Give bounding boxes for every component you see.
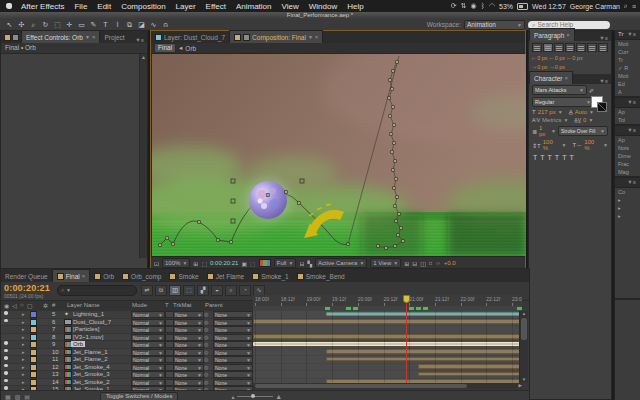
eye-icon[interactable] (4, 311, 8, 315)
parent-dropdown[interactable]: None▼ (213, 371, 253, 378)
tracking-value[interactable]: 0 (583, 117, 586, 123)
grid-guides-icon[interactable]: ⊞ (193, 260, 198, 267)
close-icon[interactable]: × (565, 74, 569, 83)
track-matte-dropdown[interactable]: None▼ (173, 364, 204, 371)
menu-item[interactable]: Composition (116, 2, 170, 11)
col-layer-name[interactable]: Layer Name (67, 302, 100, 308)
blend-mode-dropdown[interactable]: Normal▼ (131, 371, 165, 378)
clipped-label[interactable]: Co (615, 188, 640, 196)
parent-dropdown[interactable]: None▼ (213, 311, 253, 318)
parent-dropdown[interactable]: None▼ (213, 356, 253, 363)
tab-character[interactable]: Character × (529, 71, 573, 84)
zoom-slider-knob[interactable] (251, 394, 255, 398)
layer-row[interactable]: ▸ 13 Jet_Smoke_3 Normal▼ None▼ ◎ None▼ (1, 371, 253, 379)
timeline-toolbar-icon[interactable]: ⧉ (155, 285, 167, 296)
menu-clock[interactable]: Wed 12:57 (532, 3, 566, 10)
timeline-tab[interactable]: Smoke × (165, 270, 202, 282)
label-color-swatch[interactable] (30, 334, 37, 341)
parent-pickwhip-icon[interactable]: ◎ (204, 371, 208, 377)
timeline-toolbar-icon[interactable]: ▞ (197, 285, 209, 296)
lock-column-icon[interactable]: ▢ (27, 302, 33, 309)
timeline-tab[interactable]: Render Queue × (1, 270, 52, 282)
blend-mode-dropdown[interactable]: Normal▼ (131, 319, 165, 326)
align-right-button[interactable] (554, 43, 564, 52)
tool-icon[interactable]: ⧉ (124, 20, 135, 29)
share-view-icon[interactable]: ⊞ (404, 260, 409, 267)
layer-row[interactable]: ▸ 12 Jet_Smoke_4 Normal▼ None▼ ◎ None▼ (1, 364, 253, 372)
parent-dropdown[interactable]: None▼ (213, 326, 253, 333)
exposure-value[interactable]: +0.0 (444, 260, 456, 266)
layer-row[interactable]: ▸ 6 Dust_Cloud_7 Normal▼ None▼ ◎ None▼ (1, 319, 253, 327)
indent-field[interactable]: 0 px (572, 55, 582, 62)
eye-icon[interactable] (4, 364, 8, 368)
timeline-search-input[interactable]: ⌕ ▼ (57, 285, 137, 296)
label-color-swatch[interactable] (30, 319, 37, 326)
zoom-out-mountain-icon[interactable]: ▲ (230, 394, 235, 400)
parent-dropdown[interactable]: None▼ (213, 379, 253, 386)
font-style-dropdown[interactable]: Regular ▼ (532, 97, 594, 107)
layer-name[interactable]: Lightning_1 (73, 311, 104, 317)
leading-value[interactable]: Auto (575, 109, 587, 115)
view-layout-dropdown[interactable]: 1 View ▼ (370, 258, 401, 268)
col-parent[interactable]: Parent (205, 302, 223, 308)
timeline-tab[interactable]: Final × (52, 269, 91, 282)
show-snapshot-icon[interactable]: ▢ (250, 260, 256, 267)
menu-item[interactable]: Edit (92, 2, 116, 11)
faux-style-button[interactable]: T (555, 154, 559, 161)
clipped-arrow[interactable]: ▸ (615, 204, 640, 212)
parent-dropdown[interactable]: None▼ (213, 349, 253, 356)
layer-row[interactable]: ▸ 9 Orb Normal▼ None▼ ◎ None▼ (1, 341, 253, 349)
clipped-label[interactable]: Frac (615, 160, 640, 168)
eye-icon[interactable] (4, 386, 8, 390)
layer-name[interactable]: Orb (71, 341, 85, 347)
parent-pickwhip-icon[interactable]: ◎ (204, 326, 208, 332)
blend-mode-dropdown[interactable]: Normal▼ (131, 311, 165, 318)
parent-pickwhip-icon[interactable]: ◎ (204, 364, 208, 370)
layer-duration-bar[interactable] (326, 312, 522, 317)
transparency-grid-icon[interactable]: ▚ (307, 260, 312, 267)
close-icon[interactable]: × (315, 33, 319, 42)
faux-style-button[interactable]: T (569, 154, 573, 161)
parent-pickwhip-icon[interactable]: ◎ (204, 356, 208, 362)
clipped-arrow[interactable]: ▸ (615, 212, 640, 220)
current-timecode[interactable]: 0:00:20:21 (4, 283, 50, 293)
eye-icon[interactable] (4, 319, 8, 323)
clipped-label[interactable]: Dime (615, 152, 640, 160)
track-matte-dropdown[interactable]: None▼ (173, 356, 204, 363)
clipped-label[interactable]: A (615, 88, 640, 96)
timeline-horizontal-scrollbar[interactable]: ▶ (253, 383, 522, 389)
roi-icon[interactable]: ⬚ (201, 260, 207, 267)
parent-pickwhip-icon[interactable]: ◎ (204, 349, 208, 355)
parent-pickwhip-icon[interactable]: ◎ (204, 319, 208, 325)
clipped-label[interactable]: Ap (615, 136, 640, 144)
clipped-label[interactable]: Tol (615, 116, 640, 124)
timeline-toolbar-icon[interactable]: ◫ (169, 285, 181, 296)
panel-menu-icon[interactable]: ▼≡ (599, 78, 611, 84)
solo-column-icon[interactable]: ○ (20, 302, 24, 308)
eye-icon[interactable] (4, 371, 8, 375)
timeline-toolbar-icon[interactable]: ◔ (239, 285, 251, 296)
flowchart-icon[interactable]: ⌗ (429, 260, 432, 267)
blend-mode-dropdown[interactable]: Normal▼ (131, 334, 165, 341)
layer-name[interactable]: [Particles] (73, 326, 99, 332)
label-color-swatch[interactable] (30, 326, 37, 333)
menu-item[interactable]: View (277, 2, 304, 11)
expand-arrow-icon[interactable]: ▸ (22, 356, 25, 362)
status-icon[interactable]: ᛒ (481, 2, 485, 10)
tool-icon[interactable]: ↖ (4, 20, 15, 29)
notification-icon[interactable]: ≡ (632, 3, 636, 10)
layer-name[interactable]: Jet_Flame_2 (73, 356, 108, 362)
scroll-up-icon[interactable]: ▲ (520, 311, 528, 317)
layer-row[interactable]: ▸ 8 [V3~1.mov] Normal▼ None▼ ◎ None▼ (1, 334, 253, 342)
user-name[interactable]: George Carman (570, 3, 620, 10)
chevron-down-icon[interactable]: ▼ (603, 142, 608, 148)
label-color-swatch[interactable] (30, 379, 37, 386)
timeline-toolbar-icon[interactable]: ⌕ (225, 285, 237, 296)
vertical-scrollbar[interactable]: ▲ (139, 54, 147, 258)
parent-dropdown[interactable]: None▼ (213, 341, 253, 348)
spotlight-icon[interactable]: ⌕ (624, 2, 628, 10)
justify-last-left-button[interactable] (565, 43, 575, 52)
tab-layer-viewer[interactable]: Layer: Dust_Cloud_7 (151, 31, 229, 43)
exposure-icon[interactable]: ☼ (435, 260, 441, 266)
region-icon[interactable]: ⊡ (154, 260, 159, 267)
